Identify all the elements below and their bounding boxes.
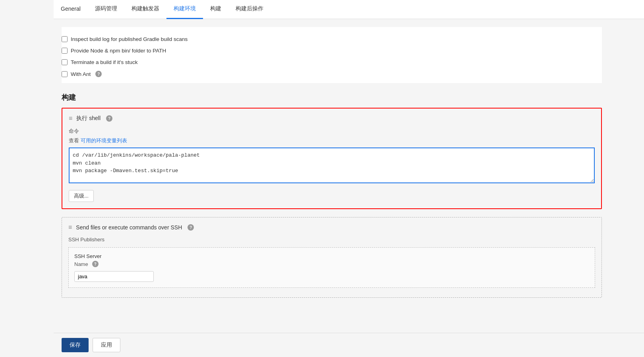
checkboxes-section: Inspect build log for published Gradle b… xyxy=(62,27,602,83)
ssh-name-row: Name ? xyxy=(74,261,589,267)
shell-build-block: ≡ 执行 shell ? 命令 查看 可用的环境变量列表 cd /var/lib… xyxy=(62,108,602,209)
shell-block-header: ≡ 执行 shell ? xyxy=(69,115,595,122)
tab-triggers[interactable]: 构建触发器 xyxy=(124,0,166,19)
checkbox-with-ant[interactable] xyxy=(62,71,68,77)
ssh-block-header: ≡ Send files or execute commands over SS… xyxy=(68,224,595,231)
ssh-publishers-label: SSH Publishers xyxy=(68,237,595,243)
checkbox-ant-label: With Ant xyxy=(71,71,91,77)
shell-help-icon[interactable]: ? xyxy=(106,115,112,122)
checkbox-node-npm[interactable] xyxy=(62,48,68,54)
ssh-inner-block: SSH Server Name ? xyxy=(68,247,595,288)
checkbox-node-label: Provide Node & npm bin/ folder to PATH xyxy=(71,48,166,54)
ssh-name-label: Name xyxy=(74,261,88,267)
drag-handle-icon[interactable]: ≡ xyxy=(69,115,72,122)
save-button[interactable]: 保存 xyxy=(62,338,89,352)
ssh-server-label: SSH Server xyxy=(74,253,589,259)
env-link-prefix: 查看 xyxy=(69,138,79,144)
tab-post[interactable]: 构建后操作 xyxy=(228,0,271,19)
tab-source[interactable]: 源码管理 xyxy=(88,0,124,19)
checkbox-terminate-label: Terminate a build if it's stuck xyxy=(71,59,137,65)
checkbox-gradle-label: Inspect build log for published Gradle b… xyxy=(71,36,188,42)
ssh-help-icon[interactable]: ? xyxy=(188,224,194,231)
apply-button[interactable]: 应用 xyxy=(93,338,120,352)
ssh-name-help-icon[interactable]: ? xyxy=(92,261,99,267)
bottom-bar: 保存 应用 xyxy=(54,333,644,357)
ssh-name-input[interactable] xyxy=(74,271,154,282)
tab-general[interactable]: General xyxy=(54,0,88,19)
checkbox-gradle-scan[interactable] xyxy=(62,36,68,42)
tab-build[interactable]: 构建 xyxy=(203,0,228,19)
env-link-row: 查看 可用的环境变量列表 xyxy=(69,137,595,144)
main-content: Inspect build log for published Gradle b… xyxy=(54,19,610,338)
tabs-bar: General 源码管理 构建触发器 构建环境 构建 构建后操作 xyxy=(54,0,644,19)
checkbox-row-terminate: Terminate a build if it's stuck xyxy=(62,56,602,68)
ssh-block-title: Send files or execute commands over SSH xyxy=(76,224,182,231)
ssh-drag-handle-icon[interactable]: ≡ xyxy=(68,224,72,231)
tab-environment[interactable]: 构建环境 xyxy=(166,0,203,19)
with-ant-help-icon[interactable]: ? xyxy=(95,71,102,77)
command-label: 命令 xyxy=(69,128,595,135)
checkbox-row-ant: With Ant ? xyxy=(62,68,602,80)
checkbox-row-gradle: Inspect build log for published Gradle b… xyxy=(62,33,602,45)
checkbox-row-node: Provide Node & npm bin/ folder to PATH xyxy=(62,45,602,56)
build-section-title: 构建 xyxy=(62,93,602,102)
command-textarea[interactable]: cd /var/lib/jenkins/workspace/pala-plane… xyxy=(69,147,595,183)
code-editor-container: cd /var/lib/jenkins/workspace/pala-plane… xyxy=(69,147,595,184)
shell-block-title: 执行 shell xyxy=(76,115,101,122)
advanced-button[interactable]: 高级... xyxy=(69,190,94,202)
checkbox-terminate[interactable] xyxy=(62,59,68,65)
env-variables-link[interactable]: 可用的环境变量列表 xyxy=(81,138,127,144)
ssh-block: ≡ Send files or execute commands over SS… xyxy=(62,217,602,298)
